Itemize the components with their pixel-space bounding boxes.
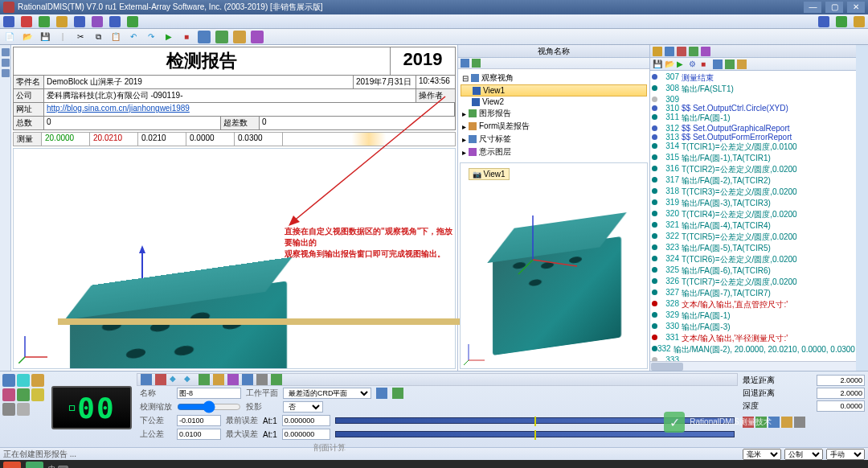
proj-select[interactable]: 否: [283, 401, 323, 413]
tb-paste-icon[interactable]: 📋: [109, 31, 122, 43]
tree-layer[interactable]: ▸意示图层: [461, 146, 647, 158]
code-line[interactable]: 322T(TCIR5)=公差定义/圆度,0.0200: [652, 232, 854, 243]
menu-icon-7[interactable]: [109, 16, 121, 27]
tree-view2[interactable]: View2: [461, 96, 647, 107]
tb-misc-1[interactable]: [198, 31, 211, 43]
tree-root-views[interactable]: ⊟观察视角: [461, 72, 647, 84]
tb-misc-3[interactable]: [233, 31, 246, 43]
code-h-scrollbar[interactable]: [650, 361, 856, 371]
code-line[interactable]: 326T(TCIR7)=公差定义/圆度,0.0200: [652, 277, 854, 288]
gutter-icon[interactable]: [2, 69, 10, 77]
tree-form-report[interactable]: ▸Form误差报告: [461, 120, 647, 133]
scale-slider[interactable]: [177, 403, 241, 411]
code-line[interactable]: 308输出/FA(SLT1): [652, 84, 854, 95]
tree-graphic-report[interactable]: ▸图形报告: [461, 107, 647, 120]
tree-tb-icon[interactable]: [461, 59, 469, 68]
status-mode-select[interactable]: 手动: [826, 449, 865, 460]
plane-select[interactable]: 最差适的CRD平面: [283, 388, 371, 399]
menu-icon-3[interactable]: [39, 16, 50, 27]
gutter-icon[interactable]: [2, 48, 10, 56]
code-line[interactable]: 319输出/FA(圆-3),TA(TCIR3): [652, 198, 854, 209]
code-tab-icon[interactable]: [653, 47, 662, 56]
depth-input[interactable]: [817, 400, 865, 412]
approach-input[interactable]: [817, 375, 865, 386]
tree-tb-icon[interactable]: [472, 59, 481, 68]
code-line[interactable]: 311输出/FA(圆-1): [652, 113, 854, 124]
code-tab-icon[interactable]: [677, 47, 686, 56]
menu-right-icon-1[interactable]: [818, 16, 829, 27]
menu-icon-4[interactable]: [56, 16, 68, 27]
menu-icon-6[interactable]: [92, 16, 103, 27]
taskbar-icon[interactable]: [26, 462, 43, 468]
tb-undo-icon[interactable]: ↶: [127, 31, 140, 43]
code-misc-icon[interactable]: [713, 60, 723, 69]
tree-view1[interactable]: View1: [461, 84, 647, 96]
close-button[interactable]: ✕: [847, 2, 865, 13]
bb-icon[interactable]: [271, 374, 282, 385]
status-unit-select[interactable]: 毫米: [743, 449, 781, 460]
code-misc-icon[interactable]: [725, 60, 735, 69]
code-line[interactable]: 331文本/输入输出,'半径测量尺寸:': [652, 333, 854, 344]
code-misc-icon[interactable]: [737, 60, 747, 69]
tree-dim-label[interactable]: ▸尺寸标签: [461, 133, 647, 146]
code-line[interactable]: 329输出/FA(圆-1): [652, 310, 854, 322]
bb-diamond-icon[interactable]: ◆: [170, 374, 181, 385]
tb-stop-icon[interactable]: ■: [180, 31, 193, 43]
bb-icon[interactable]: [213, 374, 224, 385]
tb-run-icon[interactable]: ▶: [162, 31, 175, 43]
maximize-button[interactable]: ▢: [825, 2, 843, 13]
code-line[interactable]: 321输出/FA(圆-4),TA(TCIR4): [652, 220, 854, 232]
code-open-icon[interactable]: 📂: [665, 60, 674, 69]
b-tool-icon[interactable]: [2, 374, 15, 387]
menu-icon-5[interactable]: [74, 16, 85, 27]
tb-new-icon[interactable]: 📄: [3, 31, 16, 43]
bb-icon[interactable]: [256, 374, 268, 385]
tb-redo-icon[interactable]: ↷: [145, 31, 158, 43]
b-tool-icon[interactable]: [31, 388, 44, 401]
deviation-slider-2[interactable]: [335, 431, 735, 437]
tb-cut-icon[interactable]: ✂: [74, 31, 87, 43]
rv-icon[interactable]: [768, 417, 780, 428]
code-line[interactable]: 320T(TCIR4)=公差定义/圆度,0.0200: [652, 209, 854, 220]
code-tab-icon[interactable]: [665, 47, 674, 56]
rv-icon[interactable]: [755, 417, 767, 428]
code-line[interactable]: 330输出/FA(圆-3): [652, 322, 854, 333]
b-tool-icon[interactable]: [17, 403, 30, 416]
code-line[interactable]: 324T(TCIR6)=公差定义/圆度,0.0200: [652, 254, 854, 265]
maxdev-input[interactable]: [282, 429, 330, 440]
tb-copy-icon[interactable]: ⧉: [92, 31, 104, 43]
mindev-input[interactable]: [282, 415, 330, 426]
code-line[interactable]: 328文本/输入输出,'直点管控尺寸:': [652, 299, 854, 310]
rv-icon[interactable]: [743, 417, 754, 428]
code-line[interactable]: 315输出/FA(圆-1),TA(TCIR1): [652, 153, 854, 164]
gutter-icon[interactable]: [2, 59, 10, 67]
b-tool-icon[interactable]: [17, 374, 30, 387]
taskbar-icon[interactable]: [3, 462, 21, 468]
name-input[interactable]: [177, 388, 241, 399]
view-preview[interactable]: 📷 View1: [460, 162, 648, 369]
hightol-input[interactable]: [177, 429, 221, 440]
code-line[interactable]: 323输出/FA(圆-5),TA(TCIR5): [652, 243, 854, 254]
code-line[interactable]: 310$$ Set.OutputCtrl.Circle(XYD): [652, 104, 854, 113]
code-line[interactable]: 317输出/FA(圆-2),TA(TCIR2): [652, 175, 854, 187]
b-tool-icon[interactable]: [17, 388, 30, 401]
code-line[interactable]: 309: [652, 95, 854, 104]
deviation-slider-1[interactable]: [335, 417, 735, 424]
code-line[interactable]: 316T(TCIR2)=公差定义/圆度,0.0200: [652, 164, 854, 175]
taskbar-ime[interactable]: 中 ⌨: [48, 464, 68, 469]
tb-misc-4[interactable]: [251, 31, 264, 43]
menu-right-icon-3[interactable]: [854, 16, 865, 27]
code-tab-icon[interactable]: [701, 47, 710, 56]
code-line[interactable]: 333: [652, 355, 854, 361]
bb-icon[interactable]: [199, 374, 210, 385]
form-icon[interactable]: [376, 388, 387, 399]
minimize-button[interactable]: —: [804, 2, 821, 13]
code-stop-icon[interactable]: ■: [701, 60, 710, 69]
code-save-icon[interactable]: 💾: [653, 60, 662, 69]
menu-icon-8[interactable]: [127, 16, 138, 27]
code-line[interactable]: 332输出/MAN(圆-2), 20.0000, 20.0210, 0.0000…: [652, 344, 854, 355]
b-tool-icon[interactable]: [31, 374, 44, 387]
rv-icon[interactable]: [794, 417, 805, 428]
bb-icon[interactable]: [227, 374, 239, 385]
rv-icon[interactable]: [781, 417, 792, 428]
